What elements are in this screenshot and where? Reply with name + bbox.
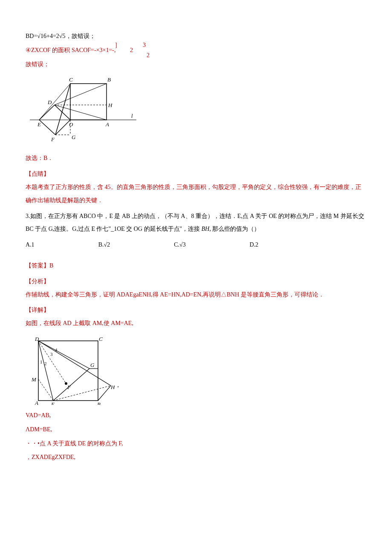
svg-text:C: C (99, 336, 103, 342)
svg-text:H: H (110, 384, 115, 390)
diagram-2: D C 4 3 1 2 G M F H A E B ， (26, 334, 366, 405)
text-item4: ④ZXCOF 的面积 SACOF=-×3×1=-, (26, 47, 115, 53)
svg-line-27 (38, 341, 111, 386)
svg-line-12 (55, 84, 107, 105)
heading-dianjing: 【点睛】 (26, 168, 366, 181)
svg-text:F: F (51, 136, 55, 142)
svg-text:A: A (105, 121, 109, 128)
svg-line-25 (38, 341, 53, 401)
svg-text:G: G (72, 134, 76, 140)
text-gu-error: 故错误； (26, 58, 366, 71)
q3-text-a: 3.如图，在正方形有 ABCO 中，E 是 AB 上的动点，（不与 A、8 重合… (26, 213, 364, 232)
heading-analysis: 【分析】 (26, 275, 366, 288)
text-point-a: ・・•点 A 关于直线 DE 的对称点为 F, (26, 437, 366, 450)
svg-text:B: B (97, 401, 101, 405)
svg-line-33 (38, 341, 66, 384)
svg-text:E: E (51, 401, 55, 405)
text-select-b: 故选：B． (26, 152, 366, 165)
diagram-1: C B D H l E O A F G (26, 75, 366, 148)
svg-line-11 (39, 84, 70, 120)
text-zxade: ，ZXADEgZXFDE, (26, 451, 366, 464)
svg-text:D: D (35, 336, 39, 342)
svg-text:A: A (35, 400, 38, 405)
svg-line-4 (39, 105, 55, 120)
text-trail-2: 2 (130, 47, 133, 53)
svg-text:B: B (107, 76, 111, 83)
svg-text:l: l (131, 113, 133, 119)
q3-text-bh: BH, (202, 226, 211, 232)
svg-rect-24 (38, 341, 98, 401)
text-adm: ΛDM=BE, (26, 423, 366, 436)
q3-text-c: 那么些的值为（） (211, 226, 260, 232)
svg-line-5 (39, 120, 55, 135)
text-frac-right-top: 3 (143, 39, 146, 52)
svg-line-31 (38, 379, 53, 401)
svg-text:C: C (69, 76, 73, 83)
option-d: D.2 (250, 238, 259, 252)
svg-marker-1 (70, 84, 107, 120)
svg-text:1: 1 (40, 359, 43, 364)
svg-text:D: D (47, 99, 52, 105)
text-frac-top: ] (115, 39, 117, 52)
text-bd-equation: BD=√16+4=2√5，故错误； (26, 33, 95, 39)
text-frac-right-bot: 2 (147, 49, 150, 62)
heading-detail: 【详解】 (26, 304, 366, 317)
option-a: A.1 (26, 238, 35, 252)
svg-text:F: F (67, 384, 71, 390)
svg-text:M: M (31, 376, 37, 383)
svg-text:2: 2 (44, 361, 47, 366)
svg-text:4: 4 (55, 347, 58, 352)
option-c: C.√3 (174, 238, 186, 252)
text-detail-1: 如图，在线段 AD 上截取 AM,使 AM=AE, (26, 317, 366, 330)
para-dianjing-body: 本题考查了正方形的性质，含 45。的直角三角形的性质，三角形面积，勾股定理，平角… (26, 181, 366, 207)
para-analysis-body: 作辅助线，构建全等三角形，证明 ADAEgaENH,得 AE=HN,AD=EN,… (26, 288, 366, 302)
option-b: B.√2 (98, 238, 110, 252)
svg-text:G: G (90, 362, 95, 368)
diagram2-trail: ， (115, 379, 121, 405)
svg-text:3: 3 (50, 352, 53, 357)
svg-text:H: H (108, 102, 112, 108)
text-vad: VAD=AB, (26, 409, 366, 422)
svg-text:O: O (69, 121, 73, 128)
heading-answer: 【答案】B (26, 259, 366, 273)
svg-text:E: E (37, 121, 41, 128)
svg-line-28 (98, 386, 111, 401)
